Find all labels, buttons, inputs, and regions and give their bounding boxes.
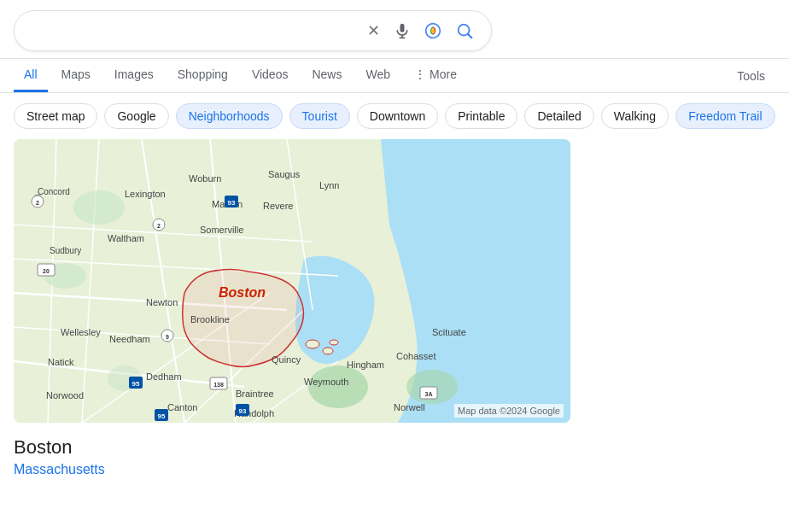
svg-text:2: 2: [157, 223, 161, 229]
svg-text:93: 93: [239, 407, 247, 415]
svg-text:Concord: Concord: [38, 187, 70, 196]
tab-videos[interactable]: Videos: [242, 59, 299, 92]
lens-icon: [424, 22, 441, 39]
tab-maps[interactable]: Maps: [51, 59, 101, 92]
svg-text:Norwood: Norwood: [46, 390, 84, 400]
svg-text:Natick: Natick: [48, 357, 74, 367]
chip-tourist[interactable]: Tourist: [289, 103, 350, 129]
svg-text:95: 95: [132, 380, 140, 388]
svg-text:Boston: Boston: [219, 285, 266, 300]
svg-text:9: 9: [166, 334, 169, 340]
tools-button[interactable]: Tools: [727, 61, 775, 91]
map-container[interactable]: 95 Woburn Saugus Lynn Concord Lexington …: [14, 139, 570, 423]
svg-text:Canton: Canton: [167, 402, 197, 412]
svg-text:3A: 3A: [425, 391, 433, 397]
svg-text:Newton: Newton: [146, 297, 178, 307]
svg-text:Cohasset: Cohasset: [396, 351, 435, 361]
chip-downtown[interactable]: Downtown: [357, 103, 438, 129]
svg-text:Wellesley: Wellesley: [61, 327, 101, 337]
tab-all[interactable]: All: [14, 59, 48, 92]
svg-text:Sudbury: Sudbury: [50, 246, 81, 255]
svg-point-31: [330, 340, 338, 345]
svg-point-24: [73, 190, 125, 225]
svg-text:Woburn: Woburn: [189, 173, 221, 184]
mic-icon: [394, 22, 411, 39]
chip-street-map[interactable]: Street map: [14, 103, 97, 129]
svg-point-29: [306, 340, 319, 348]
chip-walking[interactable]: Walking: [601, 103, 669, 129]
clear-button[interactable]: ✕: [364, 18, 383, 44]
svg-text:Weymouth: Weymouth: [304, 377, 348, 387]
search-button[interactable]: [452, 18, 477, 44]
tab-more[interactable]: ⋮ More: [404, 59, 467, 92]
svg-text:Hingham: Hingham: [347, 360, 384, 370]
svg-line-6: [468, 34, 471, 38]
svg-text:Brookline: Brookline: [190, 314, 230, 324]
nav-tabs: All Maps Images Shopping Videos News Web…: [0, 59, 789, 93]
svg-text:95: 95: [158, 412, 166, 420]
search-icon: [455, 21, 474, 40]
chip-neighborhoods[interactable]: Neighborhoods: [176, 103, 283, 129]
chip-detailed[interactable]: Detailed: [524, 103, 593, 129]
svg-text:2: 2: [36, 200, 39, 206]
chip-freedom-trail[interactable]: Freedom Trail: [675, 103, 774, 129]
tab-images[interactable]: Images: [104, 59, 164, 92]
close-icon: ✕: [367, 21, 380, 40]
svg-text:Quincy: Quincy: [272, 354, 301, 365]
svg-text:138: 138: [213, 382, 224, 388]
svg-text:Needham: Needham: [109, 334, 150, 344]
svg-point-30: [323, 348, 333, 354]
tab-web[interactable]: Web: [355, 59, 400, 92]
filter-chips: Street map Google Neighborhoods Tourist …: [0, 93, 789, 139]
result-subtitle[interactable]: Massachusetts: [14, 462, 775, 477]
mic-button[interactable]: [390, 19, 414, 43]
svg-text:Lexington: Lexington: [125, 189, 166, 199]
svg-text:Norwell: Norwell: [394, 402, 425, 412]
chip-google[interactable]: Google: [104, 103, 168, 129]
tab-shopping[interactable]: Shopping: [167, 59, 238, 92]
lens-button[interactable]: [421, 19, 445, 43]
map-attribution: Map data ©2024 Google: [454, 404, 564, 418]
svg-text:Somerville: Somerville: [200, 225, 243, 235]
search-input[interactable]: map:boston: [28, 23, 357, 38]
more-dots-icon: ⋮: [414, 67, 426, 81]
search-bar-container: map:boston ✕: [0, 0, 789, 59]
svg-text:Scituate: Scituate: [432, 327, 466, 337]
svg-text:Waltham: Waltham: [108, 233, 144, 243]
result-info: Boston Massachusetts: [0, 423, 789, 477]
svg-text:20: 20: [43, 268, 50, 274]
svg-text:Saugus: Saugus: [268, 169, 301, 179]
svg-rect-0: [400, 24, 405, 32]
map-svg: 95 Woburn Saugus Lynn Concord Lexington …: [14, 139, 570, 423]
search-bar: map:boston ✕: [14, 10, 492, 51]
svg-text:Braintree: Braintree: [236, 389, 274, 399]
svg-text:Revere: Revere: [263, 201, 293, 211]
svg-text:Lynn: Lynn: [319, 180, 339, 190]
chip-printable[interactable]: Printable: [445, 103, 517, 129]
svg-text:93: 93: [228, 199, 236, 207]
tab-news[interactable]: News: [301, 59, 352, 92]
svg-point-27: [308, 365, 368, 408]
result-title: Boston: [14, 436, 775, 459]
svg-point-4: [431, 29, 435, 32]
svg-text:Dedham: Dedham: [146, 371, 182, 382]
